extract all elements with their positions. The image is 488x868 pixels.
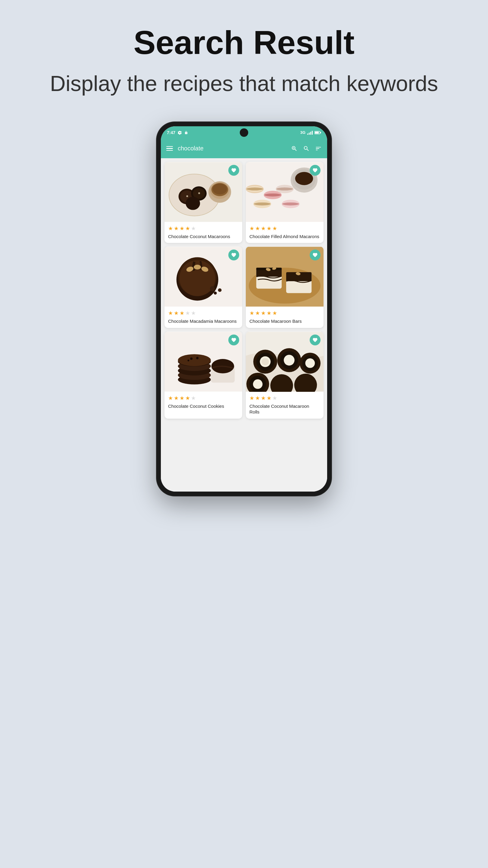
- star-empty: ★: [191, 310, 196, 316]
- status-time: 7:47: [167, 130, 175, 135]
- recipe-image: [164, 247, 242, 307]
- person-search-icon[interactable]: [291, 145, 298, 152]
- lock-icon: [184, 130, 188, 135]
- status-left: 7:47: [167, 130, 188, 135]
- star-filled: ★: [168, 310, 173, 316]
- star-filled: ★: [180, 310, 184, 316]
- recipe-info: ★★★★★ Chocolate Coconut Macaroons: [164, 222, 242, 243]
- network-label: 3G: [300, 130, 305, 135]
- nav-bar: chocolate: [161, 139, 327, 158]
- star-rating: ★★★★★: [168, 225, 238, 232]
- star-rating: ★★★★★: [168, 310, 238, 316]
- signal-icon: [307, 130, 313, 135]
- star-rating: ★★★★★: [250, 310, 320, 316]
- svg-point-29: [276, 187, 293, 190]
- star-filled: ★: [180, 395, 184, 401]
- star-rating: ★★★★★: [250, 225, 320, 232]
- svg-rect-1: [315, 131, 319, 133]
- phone-screen: 7:47 3G: [161, 126, 327, 492]
- star-filled: ★: [174, 225, 178, 232]
- page-header: Search Result Display the recipes that m…: [50, 24, 438, 98]
- recipe-info: ★★★★★ Chocolate Filled Almond Macarons: [246, 222, 324, 243]
- page-subtitle: Display the recipes that match keywords: [50, 70, 438, 98]
- recipe-card[interactable]: ★★★★★ Chocolate Coconut Macaroons: [164, 162, 242, 243]
- recipe-name: Chocolate Coconut Macaroon Rolls: [250, 403, 320, 415]
- recipe-grid: ★★★★★ Chocolate Coconut Macaroons: [161, 158, 327, 422]
- recipe-card[interactable]: ★★★★★ Chocolate Coconut Macaroon Rolls: [246, 332, 324, 418]
- recipe-image: [164, 162, 242, 222]
- star-filled: ★: [174, 395, 178, 401]
- star-rating: ★★★★★: [168, 395, 238, 401]
- star-filled: ★: [255, 225, 260, 232]
- recipe-name: Chocolate Filled Almond Macarons: [250, 234, 320, 240]
- star-filled: ★: [185, 395, 190, 401]
- recipe-info: ★★★★★ Chocolate Macaroon Bars: [246, 307, 324, 328]
- heart-icon: [231, 337, 236, 343]
- star-empty: ★: [191, 225, 196, 232]
- svg-point-61: [187, 360, 189, 361]
- recipe-image: [246, 247, 324, 307]
- star-filled: ★: [272, 310, 277, 316]
- camera-notch: [240, 128, 248, 137]
- phone-frame: 7:47 3G: [157, 122, 331, 496]
- svg-point-23: [247, 187, 263, 190]
- star-filled: ★: [255, 395, 260, 401]
- favorite-button[interactable]: [228, 335, 239, 345]
- favorite-button[interactable]: [228, 250, 239, 260]
- svg-point-31: [282, 202, 299, 205]
- svg-point-11: [186, 195, 188, 197]
- phone-wrapper: 7:47 3G: [157, 122, 331, 496]
- star-filled: ★: [261, 310, 266, 316]
- svg-point-40: [214, 292, 217, 295]
- recipe-image: [246, 162, 324, 222]
- star-filled: ★: [267, 310, 271, 316]
- star-filled: ★: [261, 395, 266, 401]
- star-filled: ★: [255, 310, 260, 316]
- recipe-info: ★★★★★ Chocolate Macadamia Macaroons: [164, 307, 242, 328]
- star-filled: ★: [267, 225, 271, 232]
- svg-rect-2: [320, 132, 321, 133]
- svg-point-3: [293, 147, 294, 148]
- star-filled: ★: [250, 310, 254, 316]
- favorite-button[interactable]: [310, 165, 321, 176]
- battery-icon: [315, 131, 321, 134]
- star-rating: ★★★★★: [250, 395, 320, 401]
- recipe-image: [246, 332, 324, 392]
- svg-point-74: [305, 358, 315, 368]
- svg-point-41: [218, 288, 222, 292]
- favorite-button[interactable]: [310, 335, 321, 345]
- favorite-button[interactable]: [228, 165, 239, 176]
- recipe-name: Chocolate Coconut Cookies: [168, 403, 238, 409]
- svg-point-59: [190, 358, 193, 360]
- heart-icon: [313, 167, 318, 173]
- star-filled: ★: [180, 225, 184, 232]
- svg-point-12: [198, 192, 200, 194]
- hamburger-menu-icon[interactable]: [166, 146, 173, 151]
- svg-point-71: [284, 355, 295, 366]
- favorite-button[interactable]: [310, 250, 321, 260]
- content-area: ★★★★★ Chocolate Coconut Macaroons: [161, 158, 327, 492]
- heart-icon: [231, 167, 236, 173]
- star-filled: ★: [168, 395, 173, 401]
- recipe-info: ★★★★★ Chocolate Coconut Cookies: [164, 392, 242, 413]
- recipe-card[interactable]: ★★★★★ Chocolate Macaroon Bars: [246, 247, 324, 328]
- status-right: 3G: [300, 130, 321, 135]
- heart-icon: [313, 337, 318, 343]
- svg-point-27: [254, 202, 271, 205]
- search-icon[interactable]: [303, 145, 310, 152]
- recipe-name: Chocolate Coconut Macaroons: [168, 234, 238, 240]
- svg-point-37: [194, 265, 201, 270]
- filter-icon[interactable]: [315, 145, 322, 152]
- star-filled: ★: [174, 310, 178, 316]
- recipe-card[interactable]: ★★★★★ Chocolate Filled Almond Macarons: [246, 162, 324, 243]
- recipe-card[interactable]: ★★★★★ Chocolate Coconut Cookies: [164, 332, 242, 418]
- page-title: Search Result: [50, 24, 438, 61]
- svg-point-39: [210, 286, 215, 291]
- heart-icon: [231, 252, 236, 258]
- recipe-name: Chocolate Macaroon Bars: [250, 318, 320, 324]
- settings-icon: [178, 130, 182, 135]
- recipe-card[interactable]: ★★★★★ Chocolate Macadamia Macaroons: [164, 247, 242, 328]
- nav-icons: [291, 145, 322, 152]
- star-empty: ★: [191, 395, 196, 401]
- svg-point-10: [186, 196, 200, 210]
